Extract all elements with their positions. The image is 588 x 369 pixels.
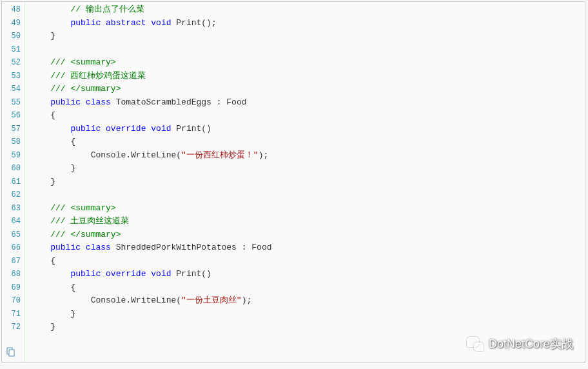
code-line: public class ShreddedPorkWithPotatoes : … xyxy=(30,241,585,255)
code-line: Console.WriteLine("一份土豆肉丝"); xyxy=(30,294,585,308)
code-area: 4849505152535455565758596061626364656667… xyxy=(2,2,585,362)
line-number: 51 xyxy=(2,43,21,57)
wechat-icon xyxy=(467,337,484,351)
code-line: { xyxy=(30,135,585,149)
code-line: } xyxy=(30,321,585,334)
code-line: } xyxy=(30,162,585,175)
line-number: 55 xyxy=(2,96,21,110)
line-number: 65 xyxy=(2,228,21,242)
line-number: 59 xyxy=(2,149,21,163)
line-number: 57 xyxy=(2,123,21,136)
code-line: { xyxy=(30,109,585,123)
line-number: 68 xyxy=(2,268,21,281)
code-line: // 输出点了什么菜 xyxy=(30,3,585,17)
line-number: 67 xyxy=(2,255,21,268)
line-number: 64 xyxy=(2,215,21,228)
code-line: } xyxy=(30,175,585,189)
line-number: 58 xyxy=(2,135,21,149)
line-number: 50 xyxy=(2,30,21,43)
line-number: 49 xyxy=(2,17,21,30)
code-block-container: 4849505152535455565758596061626364656667… xyxy=(1,1,585,363)
svg-rect-1 xyxy=(9,350,14,356)
code-line: } xyxy=(30,30,585,43)
line-number: 53 xyxy=(2,70,21,83)
code-toolbar xyxy=(6,346,16,359)
code-line: { xyxy=(30,281,585,295)
code-line: /// </summary> xyxy=(30,83,585,96)
code-line: public override void Print() xyxy=(30,123,585,136)
code-line: /// <summary> xyxy=(30,56,585,70)
line-number-gutter: 4849505152535455565758596061626364656667… xyxy=(2,2,25,362)
code-line xyxy=(30,43,585,57)
line-number: 61 xyxy=(2,175,21,189)
code-line: /// 土豆肉丝这道菜 xyxy=(30,215,585,228)
line-number: 48 xyxy=(2,3,21,17)
line-number: 72 xyxy=(2,321,21,334)
code-line: /// 西红柿炒鸡蛋这道菜 xyxy=(30,70,585,83)
code-line: Console.WriteLine("一份西红柿炒蛋！"); xyxy=(30,149,585,163)
line-number: 69 xyxy=(2,281,21,295)
line-number: 56 xyxy=(2,109,21,123)
code-line xyxy=(30,188,585,202)
code-line: public class TomatoScrambledEggs : Food xyxy=(30,96,585,110)
code-line: } xyxy=(30,308,585,321)
copy-icon[interactable] xyxy=(6,346,16,357)
line-number: 71 xyxy=(2,308,21,321)
code-line: /// </summary> xyxy=(30,228,585,242)
code-content[interactable]: // 输出点了什么菜 public abstract void Print();… xyxy=(25,2,585,362)
line-number: 52 xyxy=(2,56,21,70)
code-line: public override void Print() xyxy=(30,268,585,281)
line-number: 66 xyxy=(2,241,21,255)
line-number: 63 xyxy=(2,202,21,215)
code-line: public abstract void Print(); xyxy=(30,17,585,30)
line-number: 54 xyxy=(2,83,21,96)
code-line: { xyxy=(30,255,585,268)
watermark-text: DotNetCore实战 xyxy=(489,336,573,352)
line-number: 60 xyxy=(2,162,21,175)
line-number: 70 xyxy=(2,294,21,308)
watermark: DotNetCore实战 xyxy=(467,336,573,352)
line-number: 62 xyxy=(2,188,21,202)
code-line: /// <summary> xyxy=(30,202,585,215)
